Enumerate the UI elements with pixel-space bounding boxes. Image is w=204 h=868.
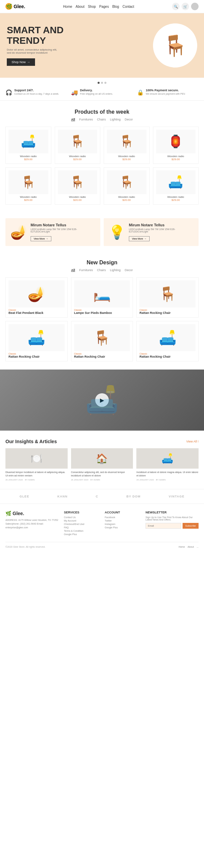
footer-account-links: Facebook Twitter Instagram Google Plus xyxy=(105,516,140,529)
product-card[interactable]: 🪑 Wooden radio $29.00 xyxy=(55,127,101,164)
product-card[interactable]: 🪑 Wooden radio $29.00 xyxy=(5,167,51,205)
search-icon[interactable]: 🔍 xyxy=(172,3,180,10)
product-card[interactable]: 🛋️ Wooden radio $29.00 xyxy=(5,127,51,164)
hero-image: 🪑 xyxy=(102,23,197,68)
design-card[interactable]: 🪑 Classic Rattan Rocking Chair xyxy=(136,277,199,318)
nav-contact[interactable]: Contact xyxy=(122,5,134,8)
lamp-cta-2[interactable]: View More → xyxy=(129,236,150,241)
subscribe-button[interactable]: Subscribe xyxy=(183,523,199,529)
nav-home[interactable]: Home xyxy=(63,5,72,8)
design-category: Classic xyxy=(8,353,65,355)
arrow-icon: → xyxy=(46,238,48,240)
feature-delivery-desc: Free shipping on all US orders. xyxy=(80,93,113,95)
design-category: Classic xyxy=(8,309,65,311)
nav-pages[interactable]: Pages xyxy=(99,5,109,8)
lamp-title-2: Mirum Notare Tellus xyxy=(129,223,194,227)
arrow-icon: → xyxy=(144,238,147,240)
hero-title: SMART AND TRENDY xyxy=(7,25,102,46)
footer-link[interactable]: My Account xyxy=(64,520,99,522)
design-name: Rattan Rocking Chair xyxy=(139,311,196,315)
lamp-desc-1: LEDCornBulb Lamp 5W 7W 10W 15W E26-E27LE… xyxy=(31,228,96,233)
view-all-button[interactable]: View All ! xyxy=(186,440,199,443)
partner-kann: KANN xyxy=(57,495,68,498)
footer-link[interactable]: Google Plus xyxy=(64,533,99,535)
lamp-title-1: Mirum Notare Tellus xyxy=(31,223,96,227)
nd-filter-furnitures[interactable]: Furnitures xyxy=(79,268,93,272)
partner-c: C xyxy=(96,495,98,498)
design-card[interactable]: 🪑 Classic Rattan Rocking Chair xyxy=(71,321,133,361)
lamp-cta-1[interactable]: View More → xyxy=(31,236,51,241)
product-card[interactable]: 🏮 Wooden radio $29.00 xyxy=(153,127,199,164)
blog-card[interactable]: 🛋️ Incididunt ut labore et dolore magna … xyxy=(136,448,199,481)
filter-lighting[interactable]: Lighting xyxy=(110,118,121,121)
blog-description: Consectetur adipiscing elit, sed do elus… xyxy=(71,471,133,477)
footer-nav-home[interactable]: Home xyxy=(178,546,185,548)
product-name: Wooden radio xyxy=(107,195,147,199)
product-name: Wooden radio xyxy=(8,195,48,199)
filter-all[interactable]: All xyxy=(71,118,75,121)
footer-nav-about[interactable]: About xyxy=(188,546,194,548)
hero-description: Dolor sit amet, consectetur adipiscing e… xyxy=(7,48,61,54)
products-week-grid: 🛋️ Wooden radio $29.00 🪑 Wooden radio $2… xyxy=(5,127,199,205)
nd-filter-decor[interactable]: Decor xyxy=(125,268,133,272)
footer: 🌿 Glee. ADDRESS: 4175 Willow Lane Housto… xyxy=(0,504,204,555)
new-design-grid: 🪔 Classic Beat Flat Pendant Black 🛏️ Cla… xyxy=(5,277,199,361)
blog-meta: 26 JANUARY 2020 BY ADMIN xyxy=(5,479,68,481)
nav-shop[interactable]: Shop xyxy=(88,5,96,8)
logo[interactable]: 🌿 Glee. xyxy=(5,3,25,10)
product-card[interactable]: 🪑 Wooden radio $20.00 xyxy=(104,167,150,205)
product-price: $20.00 xyxy=(107,199,147,202)
dot-1[interactable] xyxy=(98,82,100,84)
blog-description: Dluamod tempor incididunt ut labore et a… xyxy=(5,471,68,477)
product-image: 🏮 xyxy=(156,130,196,153)
lamp-desc-2: LEDCornBulb Lamp 5W 7W 10W 15W E26-E27LE… xyxy=(129,228,194,233)
cart-icon[interactable]: 🛒 xyxy=(182,3,189,10)
footer-link[interactable]: Twitter xyxy=(105,520,140,522)
footer-link[interactable]: FAQ xyxy=(64,526,99,529)
design-image: 🛋️ xyxy=(8,324,65,351)
footer-link[interactable]: Terms & Condition xyxy=(64,530,99,532)
arrow-icon: → xyxy=(27,60,30,64)
newsletter-input[interactable] xyxy=(146,523,181,529)
footer-bottom: ©2020 Glee Store. All rights reserved. H… xyxy=(5,542,199,548)
dot-2[interactable] xyxy=(101,82,103,84)
filter-chairs[interactable]: Chairs xyxy=(97,118,106,121)
feature-delivery: 🚚 Delivery. Free shipping on all US orde… xyxy=(69,89,135,96)
footer-link[interactable]: Facebook xyxy=(105,516,140,518)
video-background: 🛋️ ▶ xyxy=(0,370,204,431)
filter-furnitures[interactable]: Furnitures xyxy=(79,118,93,121)
nav-about[interactable]: About xyxy=(75,5,84,8)
footer-link[interactable]: Instagram xyxy=(105,523,140,525)
blog-card[interactable]: 🏠 Consectetur adipiscing elit, sed do el… xyxy=(71,448,133,481)
shop-now-button[interactable]: Shop Now → xyxy=(7,58,35,66)
design-card[interactable]: 🪔 Classic Beat Flat Pendant Black xyxy=(5,277,68,318)
nd-filter-all[interactable]: All xyxy=(71,268,75,272)
footer-link[interactable]: Contact Us xyxy=(64,516,99,518)
footer-services-links: Contact Us My Account Checkout/End User … xyxy=(64,516,99,535)
blog-image: 🛋️ xyxy=(136,448,199,469)
delivery-icon: 🚚 xyxy=(71,89,78,96)
footer-newsletter-col: NEWSLETTER Sign Up to Use The First To K… xyxy=(146,511,199,536)
avatar[interactable] xyxy=(191,3,199,10)
footer-link[interactable]: Google Plus xyxy=(105,526,140,529)
product-card[interactable]: 🪑 Wooden radio $29.00 xyxy=(104,127,150,164)
nav-blog[interactable]: Blog xyxy=(112,5,119,8)
footer-link[interactable]: Checkout/End User xyxy=(64,523,99,525)
blog-author: BY ADMIN xyxy=(90,479,100,481)
product-card[interactable]: 🛋️ Wooden radio $29.00 xyxy=(153,167,199,205)
couch-illustration: 🛋️ xyxy=(85,384,119,416)
design-card[interactable]: 🛋️ Classic Rattan Rocking Chair xyxy=(5,321,68,361)
blog-meta: 26 JANUARY 2020 BY ADMIN xyxy=(71,479,133,481)
filter-decor[interactable]: Decor xyxy=(125,118,133,121)
design-card[interactable]: 🛋️ Classic Rattan Rocking Chair xyxy=(136,321,199,361)
footer-nav-more[interactable]: ... xyxy=(197,546,199,548)
design-card[interactable]: 🛏️ Classic Lampe Sur Pieds Bamboo xyxy=(71,277,133,318)
nd-filter-lighting[interactable]: Lighting xyxy=(110,268,121,272)
navigation: 🌿 Glee. Home About Shop Pages Blog Conta… xyxy=(0,0,204,13)
product-card[interactable]: 🪑 Wooden radio $20.00 xyxy=(55,167,101,205)
dot-3[interactable] xyxy=(104,82,106,84)
blog-image: 🏠 xyxy=(71,448,133,469)
footer-brand: 🌿 Glee. ADDRESS: 4175 Willow Lane Housto… xyxy=(5,511,58,536)
nd-filter-chairs[interactable]: Chairs xyxy=(97,268,106,272)
blog-card[interactable]: 🍽️ Dluamod tempor incididunt ut labore e… xyxy=(5,448,68,481)
